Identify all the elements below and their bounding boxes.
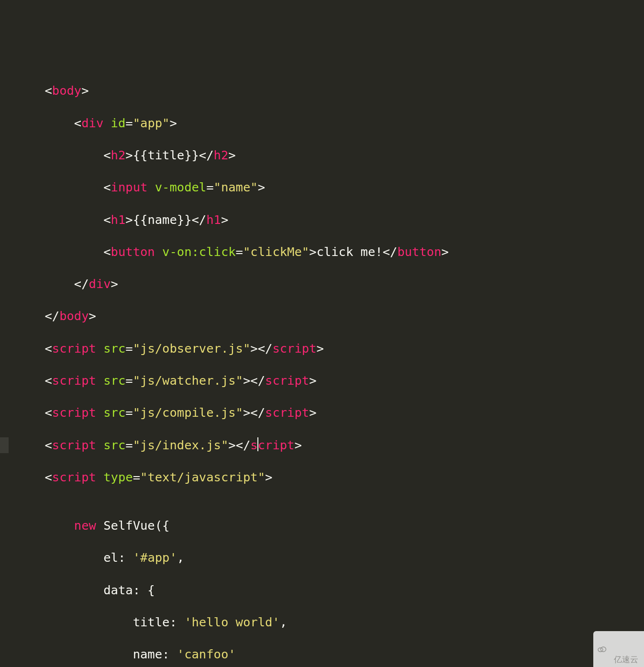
code-line: <h1>{{name}}</h1> [0,212,644,228]
svg-point-1 [600,647,606,652]
code-line: <script src="js/compile.js"></script> [0,405,644,421]
code-line: new SelfVue({ [0,518,644,534]
code-line: <body> [0,83,644,99]
code-line: <script src="js/observer.js"></script> [0,341,644,357]
code-line: name: 'canfoo' [0,646,644,663]
code-line: </div> [0,276,644,292]
code-line: data: { [0,582,644,599]
code-line: <script src="js/watcher.js"></script> [0,373,644,389]
watermark-badge: 亿速云 [593,631,644,667]
code-line: <div id="app"> [0,115,644,132]
code-line: <script type="text/javascript"> [0,469,644,486]
code-line: <h2>{{title}}</h2> [0,147,644,164]
code-line: <button v-on:click="clickMe">click me!</… [0,244,644,260]
code-line-active: <script src="js/index.js"></script> [0,437,644,454]
code-line: el: '#app', [0,550,644,566]
code-line: </body> [0,308,644,324]
watermark-text: 亿速云 [614,655,638,664]
cloud-icon [597,645,607,652]
code-line: <input v-model="name"> [0,179,644,196]
code-editor[interactable]: <body> <div id="app"> <h2>{{title}}</h2>… [0,67,644,667]
code-line: title: 'hello world', [0,614,644,631]
